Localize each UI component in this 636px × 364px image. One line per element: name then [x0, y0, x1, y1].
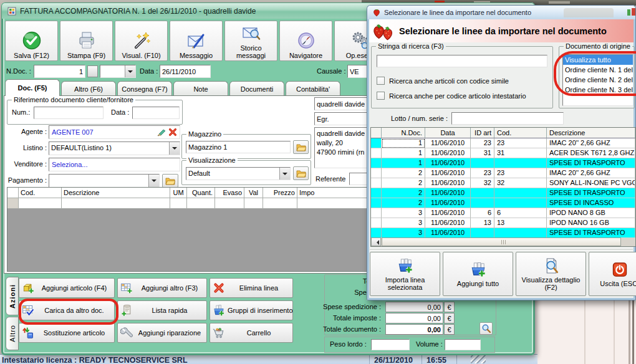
- cell-data[interactable]: 11/06/2010: [425, 158, 471, 168]
- cell-descrizione[interactable]: IPOD NANO 16 GB: [547, 218, 635, 228]
- tab-contabilita[interactable]: Contabilita': [286, 81, 340, 96]
- ndoc-more-button[interactable]: [87, 65, 98, 77]
- scroll-left-arrow[interactable]: [371, 237, 381, 246]
- gruppi-di-inserimento-button[interactable]: Gruppi di inserimento: [210, 300, 293, 320]
- cell-idart[interactable]: [471, 158, 494, 168]
- sostituzione-articolo-button[interactable]: Sostituzione articolo: [19, 323, 115, 343]
- chevron-down-icon[interactable]: [279, 168, 290, 180]
- aggiungi-riparazione-button[interactable]: Aggiungi riparazione: [117, 323, 207, 343]
- items-empty-cell[interactable]: [263, 198, 297, 209]
- magazzino-folder-button[interactable]: [293, 140, 309, 154]
- visualizza-dettaglio-f2-button[interactable]: Visualizza dettaglio (F2): [516, 252, 586, 296]
- visualizzazione-folder-button[interactable]: [293, 166, 309, 180]
- cell-cod[interactable]: [494, 188, 547, 198]
- cell-cod[interactable]: 23: [494, 168, 547, 178]
- lotto-input[interactable]: [451, 112, 564, 125]
- cell-ndoc[interactable]: 1: [382, 148, 425, 158]
- cell-cod[interactable]: 32: [494, 178, 547, 188]
- listino-combobox[interactable]: DEFAULT(Listino 1): [49, 141, 180, 155]
- cell-descrizione[interactable]: SPESE DI INCASSO: [547, 198, 635, 208]
- items-empty-cell[interactable]: [187, 198, 215, 209]
- row-marker-cell[interactable]: [371, 168, 382, 178]
- row-marker-cell[interactable]: [371, 228, 382, 238]
- row-marker-cell[interactable]: [371, 178, 382, 188]
- row-marker-cell[interactable]: [371, 138, 382, 148]
- cell-idart[interactable]: [471, 188, 494, 198]
- row-marker-cell[interactable]: [371, 158, 382, 168]
- cell-ndoc[interactable]: 1: [382, 158, 425, 168]
- items-empty-cell[interactable]: [19, 198, 62, 209]
- cell-data[interactable]: 11/06/2010: [425, 178, 471, 188]
- cell-ndoc[interactable]: 3: [382, 228, 425, 238]
- cell-descrizione[interactable]: SPESE DI TRASPORTO: [547, 188, 635, 198]
- dialog-title-bar[interactable]: Selezionare le linee da importare nel do…: [367, 6, 635, 19]
- tab-azioni[interactable]: Azioni: [6, 277, 19, 315]
- toolbar-messaggio-button[interactable]: Messaggio: [170, 21, 223, 61]
- cell-descrizione[interactable]: ACER DESK T671 2,8 GHZ -: [547, 148, 635, 158]
- cell-ndoc[interactable]: 3: [382, 208, 425, 218]
- cell-ndoc[interactable]: 2: [382, 198, 425, 208]
- cell-descrizione[interactable]: SONY ALL-IN-ONE PC VGC-L: [547, 178, 635, 188]
- tab-altro[interactable]: Altro: [6, 317, 19, 350]
- aggiungi-articolo-f4-button[interactable]: Aggiungi articolo (F4): [19, 278, 115, 298]
- cell-idart[interactable]: [471, 228, 494, 238]
- agente-field[interactable]: AGENTE 007: [49, 125, 180, 139]
- cell-data[interactable]: 11/06/2010: [425, 148, 471, 158]
- cell-ndoc[interactable]: 2: [382, 188, 425, 198]
- cell-idart[interactable]: 31: [471, 148, 494, 158]
- chevron-down-icon[interactable]: [169, 142, 180, 155]
- dialog-table-row[interactable]: 1 11/06/2010 23 23 IMAC 20'' 2,66 GHZ: [371, 138, 635, 148]
- checkbox-row[interactable]: Ricerca anche per codice articolo intest…: [377, 92, 526, 100]
- tab-documenti[interactable]: Documenti: [229, 81, 284, 96]
- cell-ndoc[interactable]: 3: [382, 218, 425, 228]
- totals-zoom-button[interactable]: [479, 322, 493, 335]
- uscita-esc-button[interactable]: Uscita (ESC): [589, 252, 636, 296]
- dialog-table-row[interactable]: 1 11/06/2010 SPESE DI TRASPORTO: [371, 158, 635, 168]
- items-empty-cell[interactable]: [170, 198, 187, 209]
- aggiungi-altro-f3-button[interactable]: Aggiungi altro (F3): [117, 278, 207, 298]
- aggiungi-tutto-button[interactable]: Aggiungi tutto: [443, 252, 513, 296]
- magazzino-input[interactable]: [186, 141, 291, 153]
- items-empty-cell[interactable]: [244, 198, 263, 209]
- ndoc-input[interactable]: [34, 65, 85, 78]
- dialog-table-row[interactable]: 3 11/06/2010 13 13 IPOD NANO 16 GB: [371, 218, 635, 228]
- cell-cod[interactable]: 23: [494, 138, 547, 148]
- search-input[interactable]: [377, 55, 547, 67]
- horizontal-scrollbar[interactable]: [371, 237, 635, 246]
- tab-altro-f6[interactable]: Altro (F6): [61, 81, 116, 96]
- row-marker-cell[interactable]: [371, 218, 382, 228]
- cell-data[interactable]: 11/06/2010: [425, 198, 471, 208]
- cell-data[interactable]: 11/06/2010: [425, 188, 471, 198]
- pencil-icon[interactable]: [156, 127, 166, 137]
- chevron-down-icon[interactable]: [125, 65, 135, 77]
- cell-idart[interactable]: 23: [471, 138, 494, 148]
- cell-data[interactable]: 11/06/2010: [425, 218, 471, 228]
- dialog-table-row[interactable]: 2 11/06/2010 23 23 IMAC 20'' 2,66 GHZ: [371, 168, 635, 178]
- codice-intestatario-checkbox[interactable]: [377, 92, 385, 100]
- volume-input[interactable]: [445, 339, 481, 350]
- rif-num-input[interactable]: [34, 107, 104, 119]
- elimina-linea-button[interactable]: Elimina linea: [210, 278, 293, 298]
- items-empty-cell[interactable]: [7, 198, 19, 209]
- tab-doc-f5[interactable]: Doc. (F5): [5, 79, 60, 96]
- dialog-table-row[interactable]: 2 11/06/2010 32 32 SONY ALL-IN-ONE PC VG…: [371, 178, 635, 188]
- cell-cod[interactable]: 13: [494, 218, 547, 228]
- cell-descrizione[interactable]: IMAC 20'' 2,66 GHZ: [547, 138, 635, 148]
- toolbar-navigatore-button[interactable]: Navigatore: [279, 21, 332, 61]
- cell-ndoc[interactable]: 2: [382, 178, 425, 188]
- toolbar-visual-f10-button[interactable]: Visual. (F10): [115, 21, 168, 61]
- visualizzazione-combobox[interactable]: Default: [186, 167, 291, 180]
- toolbar-stampa-f9-button[interactable]: Stampa (F9): [60, 21, 113, 61]
- peso-input[interactable]: [371, 339, 410, 350]
- cell-data[interactable]: 11/06/2010: [425, 208, 471, 218]
- cell-data[interactable]: 11/06/2010: [425, 228, 471, 238]
- toolbar-storico-messaggi-button[interactable]: Storico messaggi: [224, 21, 277, 61]
- dialog-table-row[interactable]: 3 11/06/2010 6 6 IPOD NANO 8 GB: [371, 208, 635, 218]
- pagamento-combobox[interactable]: [49, 174, 160, 188]
- cell-idart[interactable]: [471, 198, 494, 208]
- cell-cod[interactable]: [494, 158, 547, 168]
- dialog-table-row[interactable]: 1 11/06/2010 31 31 ACER DESK T671 2,8 GH…: [371, 148, 635, 158]
- cell-idart[interactable]: 6: [471, 208, 494, 218]
- cell-data[interactable]: 11/06/2010: [425, 168, 471, 178]
- checkbox-row[interactable]: Ricerca anche articoli con codice simile: [377, 77, 509, 85]
